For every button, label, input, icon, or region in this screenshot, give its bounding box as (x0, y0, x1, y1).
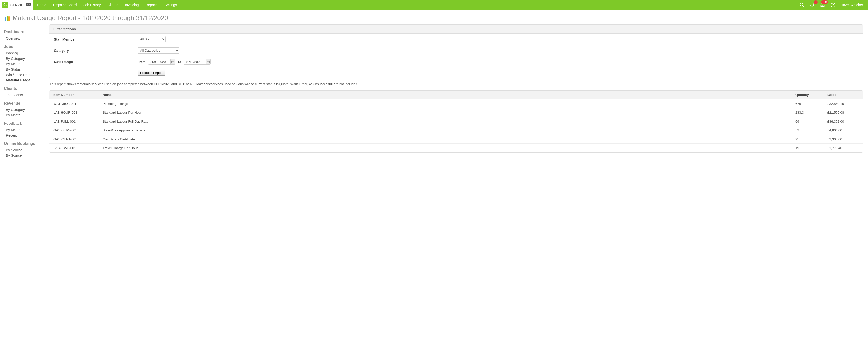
from-date-wrap (148, 59, 175, 65)
nav-job-history[interactable]: Job History (80, 0, 104, 10)
table-header: Item Number Name Quantity Billed (50, 91, 863, 99)
from-date-input[interactable] (148, 59, 170, 64)
col-item-number: Item Number (50, 91, 99, 99)
cell-qty: 69 (792, 117, 824, 126)
cell-item: GAS-CERT-001 (50, 135, 99, 144)
cell-item: GAS-SERV-001 (50, 126, 99, 134)
table-row[interactable]: WAT-MISC-001Plumbing Fittings676£32,550.… (50, 99, 863, 108)
cell-item: LAB-HOUR-001 (50, 108, 99, 117)
cell-name: Gas Safety Certificate (99, 135, 792, 144)
nav-settings[interactable]: Settings (161, 0, 181, 10)
notifications-icon[interactable]: 1 (810, 2, 815, 7)
nav-invoicing[interactable]: Invoicing (122, 0, 142, 10)
nav-reports[interactable]: Reports (142, 0, 161, 10)
sidebar-item-recent[interactable]: Recent (4, 133, 44, 138)
filter-row-staff: Staff Member All Staff (50, 34, 863, 45)
filter-row-category: Category All Categories (50, 45, 863, 56)
inbox-badge: 100 (821, 0, 828, 4)
sidebar-item-win-lose-rate[interactable]: Win / Lose Rate (4, 72, 44, 77)
svg-rect-5 (172, 61, 174, 63)
brand[interactable]: SERVICEM8 (0, 0, 33, 10)
from-label: From (137, 60, 146, 64)
sidebar-item-by-month[interactable]: By Month (4, 127, 44, 133)
svg-point-1 (800, 3, 803, 6)
calendar-icon[interactable] (206, 59, 210, 64)
sidebar: DashboardOverviewJobsBacklogBy CategoryB… (0, 24, 44, 163)
sidebar-item-by-category[interactable]: By Category (4, 56, 44, 61)
sidebar-group-clients: Clients (4, 86, 44, 91)
cell-item: LAB-TRVL-001 (50, 144, 99, 152)
to-date-wrap (184, 59, 211, 65)
sidebar-group-dashboard: Dashboard (4, 30, 44, 34)
brand-text: SERVICEM8 (10, 3, 31, 7)
cell-billed: £4,800.00 (824, 126, 863, 134)
sidebar-group-revenue: Revenue (4, 101, 44, 105)
sidebar-group-feedback: Feedback (4, 121, 44, 126)
help-icon[interactable] (830, 2, 835, 7)
report-note: This report shows materials/services use… (50, 82, 863, 86)
svg-point-0 (6, 4, 7, 4)
nav-right: 1 100 Hazel Whicher (799, 0, 868, 10)
cell-name: Travel Charge Per Hour (99, 144, 792, 152)
cell-qty: 19 (792, 144, 824, 152)
sidebar-item-by-month[interactable]: By Month (4, 61, 44, 67)
nav-home[interactable]: Home (33, 0, 50, 10)
filter-row-submit: Produce Report (50, 67, 863, 78)
top-nav: SERVICEM8 HomeDispatch BoardJob HistoryC… (0, 0, 868, 10)
staff-select[interactable]: All Staff (137, 36, 165, 42)
filter-row-daterange: Date Range From To (50, 56, 863, 67)
cell-qty: 52 (792, 126, 824, 134)
nav-clients[interactable]: Clients (104, 0, 122, 10)
nav-items: HomeDispatch BoardJob HistoryClientsInvo… (33, 0, 180, 10)
table-row[interactable]: GAS-SERV-001Boiler/Gas Appliance Service… (50, 126, 863, 135)
category-select[interactable]: All Categories (137, 48, 179, 54)
cell-item: LAB-FULL-001 (50, 117, 99, 126)
cell-billed: £36,372.00 (824, 117, 863, 126)
results-table: Item Number Name Quantity Billed WAT-MIS… (49, 90, 863, 153)
cell-name: Standard Labour Per Hour (99, 108, 792, 117)
sidebar-item-by-source[interactable]: By Source (4, 153, 44, 158)
inbox-icon[interactable]: 100 (820, 2, 825, 7)
svg-line-2 (802, 6, 804, 7)
cell-qty: 25 (792, 135, 824, 144)
sidebar-item-backlog[interactable]: Backlog (4, 51, 44, 56)
username[interactable]: Hazel Whicher (841, 3, 863, 7)
staff-label: Staff Member (54, 37, 137, 41)
cell-billed: £2,304.00 (824, 135, 863, 144)
sidebar-group-online-bookings: Online Bookings (4, 142, 44, 146)
notifications-badge: 1 (814, 0, 817, 4)
bar-chart-icon (5, 15, 9, 21)
page-title: Material Usage Report - 1/01/2020 throug… (12, 14, 168, 22)
brand-logo-icon (2, 2, 8, 8)
sidebar-group-jobs: Jobs (4, 44, 44, 49)
cell-name: Standard Labour Full Day Rate (99, 117, 792, 126)
col-quantity: Quantity (792, 91, 824, 99)
cell-qty: 676 (792, 99, 824, 108)
table-row[interactable]: LAB-HOUR-001Standard Labour Per Hour233.… (50, 108, 863, 117)
sidebar-item-by-status[interactable]: By Status (4, 67, 44, 72)
to-label: To (178, 60, 181, 64)
calendar-icon[interactable] (170, 59, 175, 64)
filter-panel: Filter Options Staff Member All Staff Ca… (49, 24, 863, 78)
category-label: Category (54, 49, 137, 53)
sidebar-item-by-month[interactable]: By Month (4, 113, 44, 118)
table-row[interactable]: LAB-FULL-001Standard Labour Full Day Rat… (50, 117, 863, 126)
table-row[interactable]: LAB-TRVL-001Travel Charge Per Hour19£1,7… (50, 144, 863, 152)
cell-name: Boiler/Gas Appliance Service (99, 126, 792, 134)
to-date-input[interactable] (184, 59, 206, 64)
sidebar-item-top-clients[interactable]: Top Clients (4, 92, 44, 98)
sidebar-item-overview[interactable]: Overview (4, 36, 44, 41)
sidebar-item-by-service[interactable]: By Service (4, 147, 44, 153)
col-name: Name (99, 91, 792, 99)
nav-dispatch-board[interactable]: Dispatch Board (50, 0, 80, 10)
search-icon[interactable] (799, 2, 804, 7)
sidebar-item-by-category[interactable]: By Category (4, 107, 44, 113)
cell-name: Plumbing Fittings (99, 99, 792, 108)
page-title-row: Material Usage Report - 1/01/2020 throug… (0, 10, 868, 24)
cell-qty: 233.3 (792, 108, 824, 117)
sidebar-item-material-usage[interactable]: Material Usage (4, 77, 44, 83)
daterange-label: Date Range (54, 60, 137, 64)
table-row[interactable]: GAS-CERT-001Gas Safety Certificate25£2,3… (50, 135, 863, 144)
produce-report-button[interactable]: Produce Report (137, 70, 165, 75)
svg-rect-9 (207, 61, 209, 63)
